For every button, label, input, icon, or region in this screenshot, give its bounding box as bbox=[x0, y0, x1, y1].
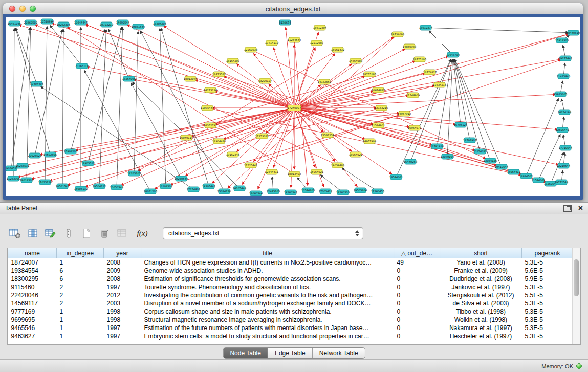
graph-node[interactable]: 10520994 bbox=[40, 19, 54, 24]
table-cell[interactable]: Investigating the contribution of common… bbox=[141, 291, 394, 299]
graph-edge[interactable] bbox=[35, 25, 338, 165]
table-row[interactable]: 969969511998Structural magnetic resonanc… bbox=[8, 316, 573, 324]
graph-edge[interactable] bbox=[526, 98, 559, 176]
graph-node[interactable]: 11544909 bbox=[406, 93, 420, 98]
table-cell[interactable]: 1998 bbox=[104, 316, 141, 324]
table-cell[interactable]: 5.3E-5 bbox=[522, 324, 573, 332]
table-cell[interactable]: 2 bbox=[57, 291, 104, 299]
graph-edge[interactable] bbox=[164, 26, 294, 108]
graph-node[interactable]: 18544061 bbox=[389, 174, 403, 180]
graph-node[interactable]: 20723210 bbox=[100, 22, 113, 27]
graph-node[interactable]: 11254544 bbox=[288, 37, 301, 42]
table-row[interactable]: 1872400712008Changes of HCN gene express… bbox=[8, 258, 573, 267]
table-row[interactable]: 1938455462009Genome-wide association stu… bbox=[8, 267, 573, 275]
graph-edge[interactable] bbox=[71, 29, 105, 151]
column-header-title[interactable]: title bbox=[141, 248, 394, 258]
table-cell[interactable]: 1 bbox=[57, 332, 104, 340]
graph-node[interactable]: 17714110 bbox=[265, 40, 278, 46]
graph-node[interactable]: 12265105 bbox=[127, 171, 141, 176]
graph-edge[interactable] bbox=[15, 28, 50, 155]
graph-node[interactable]: 18013493 bbox=[288, 171, 301, 177]
graph-edge[interactable] bbox=[127, 25, 294, 108]
graph-node[interactable]: 14850983 bbox=[403, 44, 416, 49]
graph-node[interactable]: 19404405 bbox=[30, 81, 43, 86]
table-cell[interactable]: 5.3E-5 bbox=[522, 258, 573, 267]
graph-node[interactable]: 16352791 bbox=[204, 123, 217, 128]
graph-node[interactable]: 10674827 bbox=[372, 87, 385, 93]
graph-node[interactable]: 10544205 bbox=[301, 188, 315, 193]
graph-node[interactable]: 14957912 bbox=[398, 111, 411, 116]
table-cell[interactable]: Nakamura et al. (1997) bbox=[440, 324, 522, 332]
graph-node[interactable]: 11415440 bbox=[557, 74, 570, 79]
column-header-year[interactable]: year bbox=[104, 248, 141, 258]
graph-edge[interactable] bbox=[16, 108, 294, 167]
graph-node[interactable]: 19277441 bbox=[559, 56, 572, 61]
row-tools-icon[interactable] bbox=[62, 227, 75, 239]
show-columns-icon[interactable] bbox=[26, 227, 39, 239]
graph-node[interactable]: 20050544 bbox=[110, 185, 124, 190]
table-cell[interactable]: 9463627 bbox=[8, 332, 57, 340]
graph-edge[interactable] bbox=[75, 108, 294, 150]
table-cell[interactable]: 5.3E-5 bbox=[522, 299, 573, 308]
graph-edge[interactable] bbox=[294, 108, 456, 124]
graph-node[interactable]: 14957904 bbox=[363, 139, 377, 144]
table-cell[interactable]: 1 bbox=[57, 308, 104, 316]
table-cell[interactable]: 1997 bbox=[104, 332, 141, 340]
table-cell[interactable]: 5.3E-5 bbox=[522, 316, 573, 324]
graph-node[interactable]: 8130674 bbox=[279, 20, 291, 25]
table-cell[interactable]: Genome-wide association studies in ADHD. bbox=[141, 267, 394, 275]
table-cell[interactable]: Stergiakouli et al. (2012) bbox=[440, 291, 522, 299]
tab-node-table[interactable]: Node Table bbox=[223, 348, 268, 358]
table-cell[interactable]: de Silva et al. (2003) bbox=[440, 299, 522, 308]
graph-node[interactable]: 14690544 bbox=[116, 20, 130, 25]
graph-node[interactable]: 16049117 bbox=[180, 135, 193, 140]
close-window-button[interactable] bbox=[9, 6, 15, 12]
table-row[interactable]: 2242004622012Investigating the contribut… bbox=[8, 291, 573, 299]
table-cell[interactable]: 1998 bbox=[104, 308, 141, 316]
column-header-short[interactable]: short bbox=[440, 248, 522, 258]
graph-node[interactable]: 19305441 bbox=[202, 184, 215, 189]
table-cell[interactable]: 9465546 bbox=[8, 324, 57, 332]
table-cell[interactable]: Embryonic stem cells: a model to study s… bbox=[141, 332, 394, 340]
graph-node[interactable]: 18791907 bbox=[463, 138, 476, 143]
graph-node[interactable]: 14592605 bbox=[43, 152, 57, 157]
table-cell[interactable]: 14569117 bbox=[8, 299, 57, 308]
graph-node[interactable]: 12163216 bbox=[375, 105, 388, 111]
tab-edge-table[interactable]: Edge Table bbox=[268, 348, 313, 358]
graph-node[interactable]: 20561542 bbox=[56, 184, 69, 189]
graph-node[interactable]: 17253312 bbox=[255, 134, 269, 139]
graph-edge[interactable] bbox=[185, 108, 294, 176]
graph-node[interactable]: 16795126 bbox=[454, 122, 467, 127]
table-cell[interactable]: 2 bbox=[57, 283, 104, 291]
table-cell[interactable]: 49 bbox=[394, 258, 440, 267]
table-row[interactable]: 977716911998Corpus callosum shape and si… bbox=[8, 308, 573, 316]
graph-node[interactable]: 18154207 bbox=[226, 58, 239, 63]
table-row[interactable]: 1830029562008Estimation of significance … bbox=[8, 275, 573, 283]
graph-node[interactable]: 19504112 bbox=[93, 184, 106, 189]
graph-node[interactable]: 16954071 bbox=[408, 125, 421, 130]
graph-node[interactable]: 18051205 bbox=[144, 189, 157, 194]
graph-node[interactable]: 15324150 bbox=[217, 189, 231, 194]
graph-node[interactable]: 15440263 bbox=[404, 159, 417, 164]
graph-node[interactable]: 11075447 bbox=[201, 105, 214, 111]
table-cell[interactable]: Jankovic et al. (1997) bbox=[440, 283, 522, 291]
graph-node[interactable]: 18954921 bbox=[349, 152, 362, 157]
graph-node[interactable]: 15531259 bbox=[321, 133, 334, 138]
graph-node[interactable]: 16791910 bbox=[430, 144, 444, 149]
column-header-out_de[interactable]: △ out_de… bbox=[394, 248, 440, 258]
graph-node[interactable]: 18262305 bbox=[57, 22, 70, 27]
table-cell[interactable]: Yano et al. (2008) bbox=[440, 258, 522, 267]
graph-edge[interactable] bbox=[294, 61, 416, 108]
graph-node[interactable]: 19410544 bbox=[495, 164, 509, 169]
graph-node[interactable]: 17015120 bbox=[38, 180, 52, 185]
new-document-icon[interactable] bbox=[80, 227, 93, 239]
table-cell[interactable]: 6 bbox=[57, 267, 104, 275]
table-cell[interactable]: 18300295 bbox=[8, 275, 57, 283]
graph-node[interactable]: 12210544 bbox=[557, 163, 571, 168]
graph-node[interactable]: 13054126 bbox=[484, 158, 497, 163]
graph-node[interactable]: 19734093 bbox=[391, 32, 404, 37]
table-settings-icon[interactable] bbox=[8, 227, 21, 239]
graph-node[interactable]: 14275124 bbox=[204, 87, 217, 93]
graph-node[interactable]: 17525441 bbox=[244, 163, 257, 168]
graph-node[interactable]: 20026528 bbox=[28, 153, 41, 158]
